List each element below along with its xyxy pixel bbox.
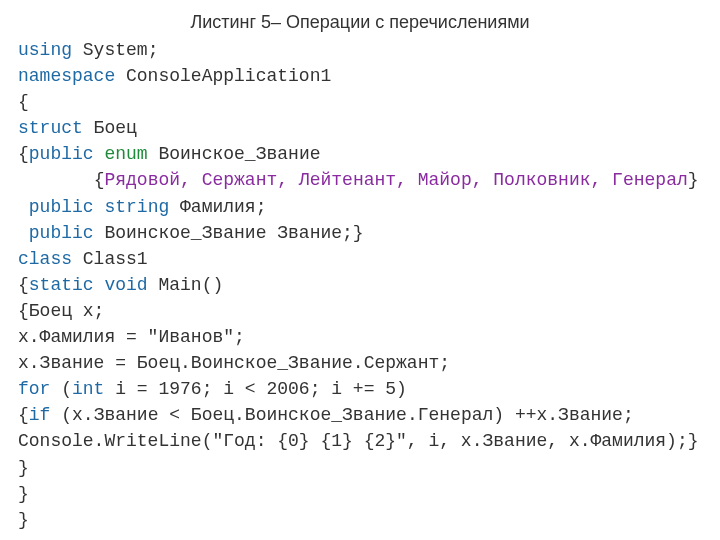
txt: System; xyxy=(72,40,158,60)
txt: { xyxy=(18,170,104,190)
kw-struct: struct xyxy=(18,118,83,138)
kw-namespace: namespace xyxy=(18,66,115,86)
kw-public: public xyxy=(29,197,94,217)
txt: { xyxy=(18,275,29,295)
txt: (x.Звание < Боец.Воинское_Звание.Генерал… xyxy=(50,405,633,425)
txt: } xyxy=(18,484,29,504)
kw-public: public xyxy=(29,223,94,243)
txt: Console.WriteLine("Год: {0} {1} {2}", i,… xyxy=(18,431,699,451)
txt: ConsoleApplication1 xyxy=(115,66,331,86)
kw-void: void xyxy=(104,275,147,295)
txt: x.Фамилия = "Иванов"; xyxy=(18,327,245,347)
kw-class: class xyxy=(18,249,72,269)
kw-string: string xyxy=(104,197,169,217)
kw-public: public xyxy=(29,144,94,164)
txt: { xyxy=(18,92,29,112)
txt: Фамилия; xyxy=(169,197,266,217)
listing-title: Листинг 5– Операции с перечислениями xyxy=(18,12,702,33)
txt: {Боец x; xyxy=(18,301,104,321)
txt: } xyxy=(18,458,29,478)
kw-static: static xyxy=(29,275,94,295)
txt: Воинское_Звание Звание;} xyxy=(94,223,364,243)
txt: Боец xyxy=(83,118,137,138)
txt: { xyxy=(18,144,29,164)
txt: { xyxy=(18,405,29,425)
code-block: using System; namespace ConsoleApplicati… xyxy=(18,37,702,533)
txt: ( xyxy=(50,379,72,399)
txt: } xyxy=(688,170,699,190)
txt: x.Звание = Боец.Воинское_Звание.Сержант; xyxy=(18,353,450,373)
txt: Class1 xyxy=(72,249,148,269)
txt: i = 1976; i < 2006; i += 5) xyxy=(104,379,406,399)
kw-int: int xyxy=(72,379,104,399)
enum-values: Рядовой, Сержант, Лейтенант, Майор, Полк… xyxy=(104,170,687,190)
txt xyxy=(18,223,29,243)
txt xyxy=(94,275,105,295)
txt: Воинское_Звание xyxy=(148,144,321,164)
txt: Main() xyxy=(148,275,224,295)
kw-using: using xyxy=(18,40,72,60)
kw-if: if xyxy=(29,405,51,425)
kw-enum: enum xyxy=(104,144,147,164)
txt: } xyxy=(18,510,29,530)
kw-for: for xyxy=(18,379,50,399)
txt xyxy=(94,197,105,217)
txt xyxy=(18,197,29,217)
txt xyxy=(94,144,105,164)
